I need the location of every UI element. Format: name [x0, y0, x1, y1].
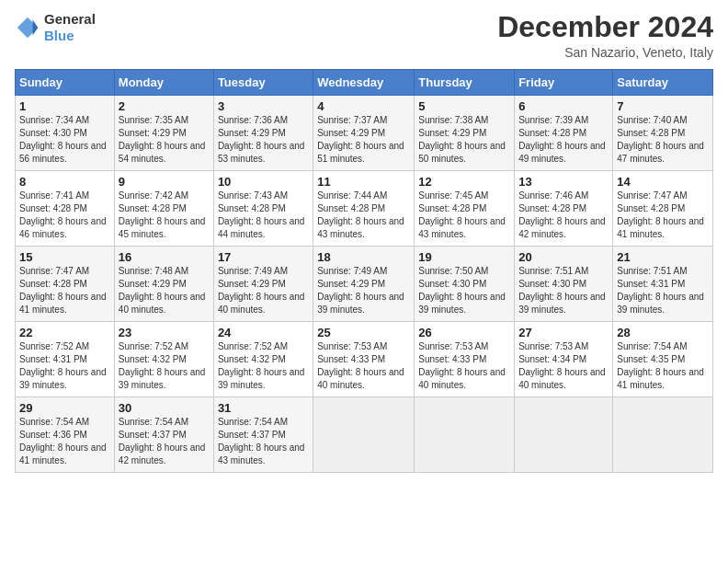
calendar-table: Sunday Monday Tuesday Wednesday Thursday…	[15, 69, 713, 473]
day-info: Sunrise: 7:38 AM Sunset: 4:29 PM Dayligh…	[418, 114, 510, 166]
calendar-row: 15Sunrise: 7:47 AM Sunset: 4:28 PM Dayli…	[16, 247, 713, 322]
table-row: 6Sunrise: 7:39 AM Sunset: 4:28 PM Daylig…	[515, 96, 613, 171]
day-info: Sunrise: 7:48 AM Sunset: 4:29 PM Dayligh…	[119, 265, 210, 316]
table-row: 5Sunrise: 7:38 AM Sunset: 4:29 PM Daylig…	[415, 96, 515, 171]
day-info: Sunrise: 7:43 AM Sunset: 4:28 PM Dayligh…	[218, 190, 309, 241]
day-number: 1	[19, 99, 110, 113]
day-number: 8	[19, 175, 110, 189]
day-number: 24	[218, 326, 309, 339]
day-number: 4	[317, 99, 410, 113]
table-row: 1Sunrise: 7:34 AM Sunset: 4:30 PM Daylig…	[16, 96, 115, 171]
col-wednesday: Wednesday	[313, 70, 415, 96]
table-row: 14Sunrise: 7:47 AM Sunset: 4:28 PM Dayli…	[613, 171, 713, 247]
location: San Nazario, Veneto, Italy	[497, 45, 713, 60]
col-saturday: Saturday	[613, 70, 713, 96]
day-number: 11	[317, 175, 410, 189]
day-number: 19	[418, 250, 510, 264]
table-row: 8Sunrise: 7:41 AM Sunset: 4:28 PM Daylig…	[16, 171, 115, 247]
page-container: General Blue December 2024 San Nazario, …	[0, 0, 728, 480]
day-number: 23	[119, 326, 210, 339]
day-info: Sunrise: 7:53 AM Sunset: 4:34 PM Dayligh…	[518, 340, 609, 392]
day-info: Sunrise: 7:53 AM Sunset: 4:33 PM Dayligh…	[418, 340, 510, 392]
table-row: 25Sunrise: 7:53 AM Sunset: 4:33 PM Dayli…	[313, 322, 415, 397]
day-info: Sunrise: 7:51 AM Sunset: 4:30 PM Dayligh…	[518, 265, 609, 316]
table-row: 26Sunrise: 7:53 AM Sunset: 4:33 PM Dayli…	[415, 322, 515, 397]
title-block: December 2024 San Nazario, Veneto, Italy	[497, 11, 713, 60]
logo-line1: General	[44, 11, 96, 28]
table-row: 27Sunrise: 7:53 AM Sunset: 4:34 PM Dayli…	[515, 322, 613, 397]
day-info: Sunrise: 7:54 AM Sunset: 4:37 PM Dayligh…	[218, 416, 309, 467]
day-number: 25	[317, 326, 410, 339]
day-info: Sunrise: 7:52 AM Sunset: 4:31 PM Dayligh…	[19, 340, 110, 392]
day-info: Sunrise: 7:42 AM Sunset: 4:28 PM Dayligh…	[119, 190, 210, 241]
day-info: Sunrise: 7:40 AM Sunset: 4:28 PM Dayligh…	[617, 114, 709, 166]
day-info: Sunrise: 7:54 AM Sunset: 4:36 PM Dayligh…	[19, 416, 110, 467]
table-row: 31Sunrise: 7:54 AM Sunset: 4:37 PM Dayli…	[213, 397, 313, 473]
table-row: 29Sunrise: 7:54 AM Sunset: 4:36 PM Dayli…	[16, 397, 115, 473]
day-info: Sunrise: 7:54 AM Sunset: 4:35 PM Dayligh…	[617, 340, 709, 392]
day-number: 13	[518, 175, 609, 189]
table-row: 24Sunrise: 7:52 AM Sunset: 4:32 PM Dayli…	[213, 322, 313, 397]
logo-icon	[15, 15, 40, 40]
table-row: 9Sunrise: 7:42 AM Sunset: 4:28 PM Daylig…	[114, 171, 213, 247]
day-number: 28	[617, 326, 709, 339]
col-thursday: Thursday	[415, 70, 515, 96]
day-number: 3	[218, 99, 309, 113]
logo-line2: Blue	[44, 28, 96, 44]
table-row: 22Sunrise: 7:52 AM Sunset: 4:31 PM Dayli…	[16, 322, 115, 397]
col-friday: Friday	[515, 70, 613, 96]
day-info: Sunrise: 7:41 AM Sunset: 4:28 PM Dayligh…	[19, 190, 110, 241]
day-info: Sunrise: 7:54 AM Sunset: 4:37 PM Dayligh…	[119, 416, 210, 467]
day-number: 14	[617, 175, 709, 189]
svg-marker-1	[33, 20, 39, 36]
table-row: 17Sunrise: 7:49 AM Sunset: 4:29 PM Dayli…	[213, 247, 313, 322]
day-number: 2	[119, 99, 210, 113]
calendar-row: 8Sunrise: 7:41 AM Sunset: 4:28 PM Daylig…	[16, 171, 713, 247]
day-number: 18	[317, 250, 410, 264]
day-number: 12	[418, 175, 510, 189]
calendar-row: 1Sunrise: 7:34 AM Sunset: 4:30 PM Daylig…	[16, 96, 713, 171]
table-row: 21Sunrise: 7:51 AM Sunset: 4:31 PM Dayli…	[613, 247, 713, 322]
day-number: 26	[418, 326, 510, 339]
calendar-row: 22Sunrise: 7:52 AM Sunset: 4:31 PM Dayli…	[16, 322, 713, 397]
day-info: Sunrise: 7:49 AM Sunset: 4:29 PM Dayligh…	[317, 265, 410, 316]
table-row: 28Sunrise: 7:54 AM Sunset: 4:35 PM Dayli…	[613, 322, 713, 397]
day-number: 5	[418, 99, 510, 113]
day-info: Sunrise: 7:39 AM Sunset: 4:28 PM Dayligh…	[518, 114, 609, 166]
day-info: Sunrise: 7:45 AM Sunset: 4:28 PM Dayligh…	[418, 190, 510, 241]
day-number: 16	[119, 250, 210, 264]
table-row	[515, 397, 613, 473]
table-row: 15Sunrise: 7:47 AM Sunset: 4:28 PM Dayli…	[16, 247, 115, 322]
table-row: 23Sunrise: 7:52 AM Sunset: 4:32 PM Dayli…	[114, 322, 213, 397]
day-number: 6	[518, 99, 609, 113]
header: General Blue December 2024 San Nazario, …	[15, 11, 713, 60]
table-row	[613, 397, 713, 473]
day-number: 9	[119, 175, 210, 189]
day-info: Sunrise: 7:51 AM Sunset: 4:31 PM Dayligh…	[617, 265, 709, 316]
table-row: 19Sunrise: 7:50 AM Sunset: 4:30 PM Dayli…	[415, 247, 515, 322]
day-info: Sunrise: 7:47 AM Sunset: 4:28 PM Dayligh…	[617, 190, 709, 241]
col-tuesday: Tuesday	[213, 70, 313, 96]
calendar-row: 29Sunrise: 7:54 AM Sunset: 4:36 PM Dayli…	[16, 397, 713, 473]
day-info: Sunrise: 7:53 AM Sunset: 4:33 PM Dayligh…	[317, 340, 410, 392]
day-info: Sunrise: 7:44 AM Sunset: 4:28 PM Dayligh…	[317, 190, 410, 241]
table-row: 4Sunrise: 7:37 AM Sunset: 4:29 PM Daylig…	[313, 96, 415, 171]
day-number: 10	[218, 175, 309, 189]
day-number: 22	[19, 326, 110, 339]
table-row: 11Sunrise: 7:44 AM Sunset: 4:28 PM Dayli…	[313, 171, 415, 247]
table-row: 2Sunrise: 7:35 AM Sunset: 4:29 PM Daylig…	[114, 96, 213, 171]
table-row: 3Sunrise: 7:36 AM Sunset: 4:29 PM Daylig…	[213, 96, 313, 171]
table-row: 7Sunrise: 7:40 AM Sunset: 4:28 PM Daylig…	[613, 96, 713, 171]
day-info: Sunrise: 7:47 AM Sunset: 4:28 PM Dayligh…	[19, 265, 110, 316]
table-row: 16Sunrise: 7:48 AM Sunset: 4:29 PM Dayli…	[114, 247, 213, 322]
day-number: 15	[19, 250, 110, 264]
table-row: 30Sunrise: 7:54 AM Sunset: 4:37 PM Dayli…	[114, 397, 213, 473]
logo: General Blue	[15, 11, 96, 44]
table-row: 18Sunrise: 7:49 AM Sunset: 4:29 PM Dayli…	[313, 247, 415, 322]
table-row	[313, 397, 415, 473]
day-number: 27	[518, 326, 609, 339]
day-info: Sunrise: 7:50 AM Sunset: 4:30 PM Dayligh…	[418, 265, 510, 316]
day-number: 21	[617, 250, 709, 264]
day-info: Sunrise: 7:46 AM Sunset: 4:28 PM Dayligh…	[518, 190, 609, 241]
day-number: 30	[119, 401, 210, 415]
